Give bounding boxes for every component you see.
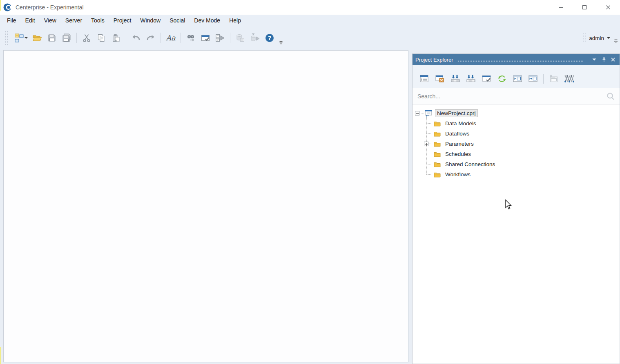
window-controls [549, 0, 620, 15]
project-tree: NewProject.cprj Data Models Dataflows Pa… [413, 104, 620, 364]
expand-window-button[interactable] [512, 73, 523, 84]
search-icon[interactable] [607, 92, 615, 100]
title-bar: Centerprise - Experimental [0, 0, 620, 15]
verify-button[interactable] [199, 32, 212, 44]
redo-button[interactable] [145, 32, 157, 44]
panel-close-button[interactable] [609, 56, 617, 63]
save-button[interactable] [46, 32, 58, 44]
menu-edit[interactable]: Edit [21, 16, 39, 25]
menu-window[interactable]: Window [136, 16, 165, 25]
form-disabled-icon [549, 74, 559, 83]
cut-button[interactable] [80, 32, 93, 44]
close-project-icon [435, 74, 445, 83]
menu-help[interactable]: Help [225, 16, 245, 25]
run-batch-button[interactable] [214, 32, 226, 44]
database-browse-icon [235, 33, 245, 43]
tree-label[interactable]: Parameters [444, 140, 475, 147]
undo-icon [131, 33, 141, 43]
project-explorer-header[interactable]: Project Explorer [413, 54, 620, 65]
tree-label[interactable]: Data Models [444, 120, 478, 127]
help-button[interactable]: ? [263, 32, 276, 44]
tree-connector-stub [420, 113, 424, 113]
data-lineage-button[interactable] [564, 73, 575, 84]
save-icon [47, 33, 56, 42]
paste-button[interactable] [110, 32, 122, 44]
menu-file[interactable]: File [3, 16, 20, 25]
open-folder-icon [32, 33, 42, 43]
tree-row-parameters[interactable]: Parameters [413, 139, 620, 149]
tree-label[interactable]: Shared Connections [444, 161, 497, 168]
close-button[interactable] [596, 0, 620, 15]
new-dropdown-caret [25, 37, 28, 39]
new-project-button[interactable] [13, 32, 29, 44]
menu-project[interactable]: Project [109, 16, 136, 25]
copy-button[interactable] [95, 32, 107, 44]
tree-label[interactable]: Schedules [444, 151, 473, 158]
svg-text:?: ? [268, 35, 272, 41]
tree-label-project[interactable]: NewProject.cprj [435, 110, 477, 117]
save-all-button[interactable] [60, 32, 73, 44]
expand-expander-icon[interactable] [424, 142, 428, 146]
panel-pin-button[interactable] [600, 56, 607, 63]
maximize-button[interactable] [573, 0, 596, 15]
chevron-down-icon [592, 58, 596, 61]
form-view-button[interactable] [548, 73, 560, 84]
panel-menu-button[interactable] [591, 56, 598, 63]
tree-row-workflows[interactable]: Workflows [413, 169, 620, 180]
tree-row-schedules[interactable]: Schedules [413, 149, 620, 159]
tree-row-shared-connections[interactable]: Shared Connections [413, 159, 620, 169]
minimize-button[interactable] [549, 0, 573, 15]
tree-label[interactable]: Dataflows [444, 130, 471, 137]
import-items-icon [451, 74, 460, 83]
menu-dev-mode[interactable]: Dev Mode [190, 16, 224, 25]
tree-label[interactable]: Workflows [444, 171, 472, 178]
find-binoculars-icon [186, 33, 196, 43]
expand-window-alt-button[interactable] [527, 73, 539, 84]
toolbar-separator [181, 33, 181, 43]
tree-row-data-models[interactable]: Data Models [413, 118, 620, 129]
import-items-alt-button[interactable] [465, 73, 477, 84]
close-project-button[interactable] [434, 73, 446, 84]
expand-window-icon [513, 74, 522, 83]
edge-artifact-bottom [0, 347, 1, 364]
database-browse-button[interactable] [234, 32, 246, 44]
find-button[interactable] [185, 32, 197, 44]
refresh-button[interactable] [496, 73, 508, 84]
user-menu-button[interactable]: admin [589, 35, 610, 41]
undo-button[interactable] [130, 32, 142, 44]
menu-view[interactable]: View [40, 16, 60, 25]
database-deploy-button[interactable] [249, 32, 261, 44]
project-properties-button[interactable] [419, 73, 430, 84]
tree-row-project-root[interactable]: NewProject.cprj [413, 108, 620, 118]
toolbar-overflow-button[interactable] [279, 40, 283, 47]
copy-icon [97, 33, 106, 42]
toolbar-user-area: admin [583, 26, 610, 50]
menu-server[interactable]: Server [61, 16, 86, 25]
edge-artifact-top [0, 0, 1, 11]
menu-tools[interactable]: Tools [87, 16, 109, 25]
toolbar-separator [76, 33, 77, 43]
verify-project-button[interactable] [481, 73, 492, 84]
panel-toolbar-separator [543, 74, 544, 84]
search-input[interactable] [417, 93, 607, 100]
redo-icon [146, 33, 156, 43]
import-items-button[interactable] [450, 73, 461, 84]
collapse-expander-icon[interactable] [415, 111, 419, 115]
tree-row-dataflows[interactable]: Dataflows [413, 129, 620, 139]
font-button[interactable]: Aa [165, 32, 177, 44]
overflow-icon [613, 39, 618, 44]
toolbar-overflow-button-right[interactable] [613, 39, 618, 45]
menu-social[interactable]: Social [165, 16, 189, 25]
search-bar [413, 88, 620, 104]
user-label: admin [589, 35, 604, 41]
import-items-alt-icon [466, 74, 476, 83]
toolbar-separator [161, 33, 161, 43]
toolbar-grip[interactable] [5, 31, 8, 45]
toolbar-grip[interactable] [583, 33, 586, 43]
design-canvas[interactable] [3, 50, 408, 362]
app-window: Centerprise - Experimental File Edit Vie… [0, 0, 620, 364]
expand-window-alt-icon [528, 74, 538, 83]
main-toolbar: Aa ? admin [0, 26, 620, 50]
paste-icon [112, 33, 120, 42]
open-button[interactable] [31, 32, 43, 44]
